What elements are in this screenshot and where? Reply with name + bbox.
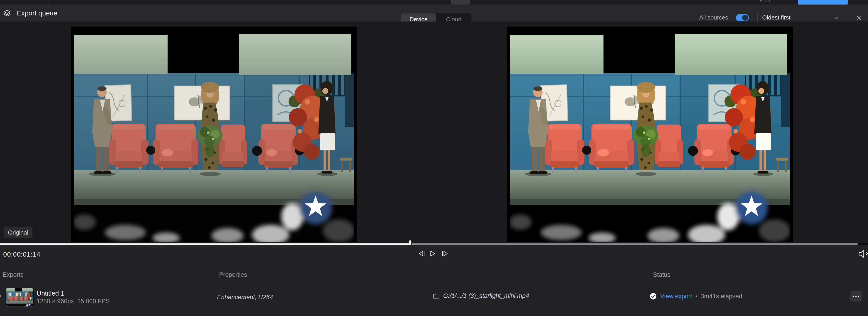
export-path: G:/1/.../1 (3)_starlight_mini.mp4: [443, 292, 529, 300]
header-bar: Export queue Device Cloud All sources Ol…: [0, 4, 868, 22]
export-row[interactable]: Untitled 1 1280 × 960px, 25.000 FPS Enha…: [0, 284, 868, 311]
close-button[interactable]: [855, 13, 863, 22]
original-badge: Original: [4, 227, 32, 238]
column-header-exports: Exports: [3, 271, 24, 278]
partial-export-button[interactable]: [798, 0, 848, 4]
page-title: Export queue: [17, 9, 57, 17]
video-preview-original: [71, 27, 357, 242]
top-divider: [778, 0, 778, 4]
queue-layers-icon: [3, 9, 11, 17]
folder-icon: [433, 293, 440, 299]
export-path-group: G:/1/.../1 (3)_starlight_mini.mp4: [433, 292, 529, 300]
check-circle-icon: [649, 292, 657, 300]
close-icon: [855, 13, 863, 22]
status-separator: •: [695, 293, 698, 300]
all-sources-toggle[interactable]: [736, 14, 749, 21]
column-header-properties: Properties: [219, 271, 247, 278]
transport-bar: 00:00:01:14: [0, 245, 868, 269]
version-label: v1.0.1: [760, 0, 771, 3]
video-preview-enhanced: [507, 27, 793, 242]
export-queue-window: v1.0.1 Export queue Device Cloud All sou…: [0, 0, 868, 316]
next-frame-button[interactable]: [441, 249, 450, 258]
sort-selected-value: Oldest first: [762, 14, 790, 21]
export-specs: 1280 × 960px, 25.000 FPS: [36, 298, 110, 305]
timecode: 00:00:01:14: [3, 251, 40, 258]
play-button[interactable]: [428, 249, 436, 258]
toggle-knob: [742, 15, 748, 21]
previous-frame-button[interactable]: [417, 249, 426, 258]
export-properties: Enhancement, H264: [217, 294, 273, 301]
view-export-link[interactable]: View export: [660, 293, 692, 300]
export-status-group: View export • 3m41s elapsed: [649, 292, 742, 300]
top-divider: [50, 0, 50, 4]
timeline-played[interactable]: [0, 243, 410, 245]
row-expand-chevron-icon[interactable]: [0, 292, 2, 300]
chevron-down-icon: [833, 15, 839, 21]
timeline-track[interactable]: [412, 243, 858, 245]
elapsed-text: 3m41s elapsed: [701, 293, 742, 300]
all-sources-label: All sources: [699, 14, 728, 21]
export-thumbnail: [5, 288, 34, 307]
more-menu-button[interactable]: [850, 291, 862, 302]
exports-panel: Exports Properties Status Untitled 1 128…: [0, 269, 868, 316]
more-dots-icon: [852, 294, 860, 298]
partial-gray-button[interactable]: [451, 0, 470, 4]
background-window-strip: v1.0.1: [0, 0, 868, 4]
export-name: Untitled 1: [36, 290, 64, 297]
timeline-end-gap: [858, 243, 868, 245]
column-header-status: Status: [653, 271, 671, 278]
mute-button[interactable]: [858, 249, 868, 259]
preview-area: Original: [0, 22, 868, 243]
